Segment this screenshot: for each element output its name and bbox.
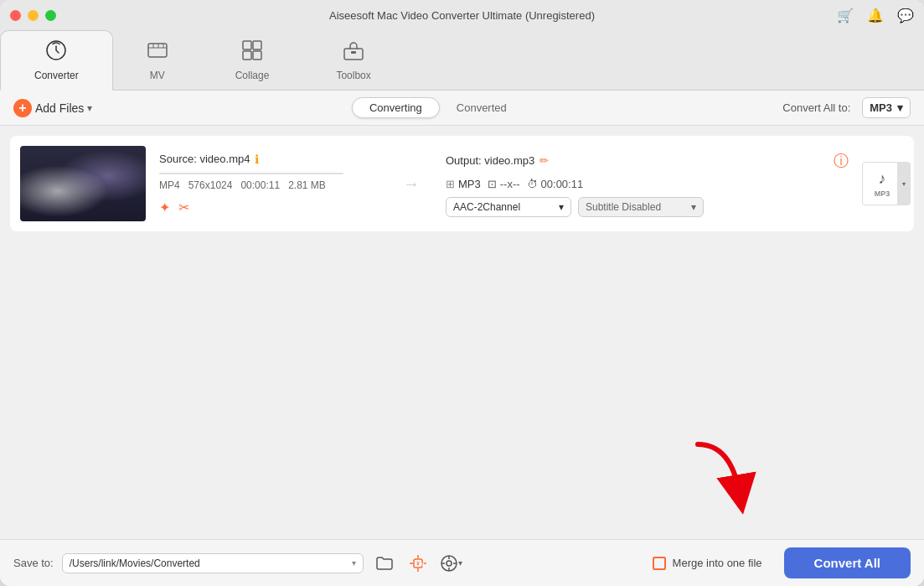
file-meta: MP4 576x1024 00:00:11 2.81 MB <box>159 179 377 191</box>
output-duration: ⏱ 00:00:11 <box>527 178 584 190</box>
format-select[interactable]: MP3 ▾ <box>862 97 911 118</box>
thumbnail <box>20 146 146 221</box>
svg-rect-2 <box>243 41 251 49</box>
mv-icon <box>147 39 168 66</box>
mp3-dropdown-arrow[interactable]: ▾ <box>897 162 911 205</box>
output-row2: AAC-2Channel ▾ Subtitle Disabled ▾ <box>446 197 849 217</box>
subtitle-value: Subtitle Disabled <box>586 201 661 213</box>
bottom-bar: Save to: /Users/link/Movies/Converted ▾ <box>0 539 924 586</box>
source-label: Source: video.mp4 ℹ <box>159 153 377 166</box>
tab-toolbox[interactable]: Toolbox <box>302 31 404 90</box>
tab-mv-label: MV <box>150 70 165 81</box>
file-format: MP4 <box>159 179 180 191</box>
svg-rect-3 <box>253 41 261 49</box>
tab-collage-label: Collage <box>235 70 270 81</box>
channel-value: AAC-2Channel <box>453 201 520 213</box>
output-info-icon[interactable]: ⓘ <box>834 151 849 171</box>
chat-icon[interactable]: 💬 <box>897 8 914 23</box>
mp3-format-label: MP3 <box>875 189 890 198</box>
titlebar-icons: 🛒 🔔 💬 <box>837 8 914 23</box>
source-info-icon[interactable]: ℹ <box>255 153 259 166</box>
format-grid-icon: ⊞ <box>446 178 455 190</box>
status-tabs: Converting Converted <box>99 97 776 118</box>
settings-dropdown-arrow: ▾ <box>458 558 462 568</box>
save-path-dropdown-icon: ▾ <box>352 558 356 568</box>
add-files-button[interactable]: + Add Files ▾ <box>13 99 92 117</box>
converter-icon <box>45 39 67 66</box>
subtitle-select[interactable]: Subtitle Disabled ▾ <box>578 197 704 217</box>
output-resolution: ⊡ --x-- <box>488 178 520 190</box>
bottom-icons: ON ▾ <box>372 551 464 576</box>
progress-bar <box>159 173 343 174</box>
add-files-plus-icon: + <box>13 99 32 117</box>
svg-rect-5 <box>253 51 261 60</box>
output-header: Output: video.mp3 ✏ ⓘ <box>446 151 849 171</box>
toolbox-icon <box>343 39 364 66</box>
maximize-button[interactable] <box>45 10 56 21</box>
svg-rect-1 <box>148 44 167 57</box>
file-size: 2.81 MB <box>288 179 326 191</box>
file-duration: 00:00:11 <box>240 179 280 191</box>
subtitle-dropdown-icon: ▾ <box>691 201 696 213</box>
main-content: Source: video.mp4 ℹ MP4 576x1024 00:00:1… <box>0 126 924 539</box>
mp3-icon-box[interactable]: ♪ MP3 <box>862 162 902 205</box>
titlebar: Aiseesoft Mac Video Converter Ultimate (… <box>0 0 924 30</box>
convert-arrow-icon: → <box>403 174 420 194</box>
output-format-badge: ⊞ MP3 <box>446 178 481 190</box>
tab-toolbox-label: Toolbox <box>336 70 370 81</box>
svg-point-17 <box>447 561 452 566</box>
tab-collage[interactable]: Collage <box>202 31 303 90</box>
minimize-button[interactable] <box>28 10 39 21</box>
folder-icon-button[interactable] <box>372 551 397 576</box>
converting-tab[interactable]: Converting <box>352 97 440 118</box>
add-files-label: Add Files <box>35 101 84 115</box>
mp3-icon-container: ♪ MP3 ▾ <box>862 162 904 205</box>
merge-label: Merge into one file <box>673 557 762 569</box>
file-actions: ✦ ✂ <box>159 200 377 215</box>
output-text: Output: video.mp3 <box>446 154 534 167</box>
file-item: Source: video.mp4 ℹ MP4 576x1024 00:00:1… <box>10 136 914 231</box>
svg-text:ON: ON <box>416 561 425 567</box>
music-note-icon: ♪ <box>879 170 886 188</box>
file-resolution: 576x1024 <box>188 179 233 191</box>
cut-icon[interactable]: ✂ <box>178 200 189 215</box>
file-output: Output: video.mp3 ✏ ⓘ ⊞ MP3 ⊡ --x-- <box>446 151 849 217</box>
channel-select[interactable]: AAC-2Channel ▾ <box>446 197 571 217</box>
window-title: Aiseesoft Mac Video Converter Ultimate (… <box>329 9 595 22</box>
add-files-dropdown-icon[interactable]: ▾ <box>87 102 92 114</box>
format-dropdown-icon: ▾ <box>897 101 903 114</box>
output-label: Output: video.mp3 ✏ <box>446 154 549 167</box>
file-info-left: Source: video.mp4 ℹ MP4 576x1024 00:00:1… <box>159 153 377 215</box>
close-button[interactable] <box>10 10 21 21</box>
tabbar: Converter MV <box>0 30 924 91</box>
svg-rect-7 <box>351 51 356 54</box>
merge-section: Merge into one file <box>653 557 762 570</box>
duration-value: 00:00:11 <box>541 178 584 190</box>
convert-all-to-label: Convert All to: <box>782 101 850 114</box>
format-value: MP3 <box>870 101 892 114</box>
toolbar: + Add Files ▾ Converting Converted Conve… <box>0 91 924 126</box>
resolution-icon: ⊡ <box>488 178 497 190</box>
bell-icon[interactable]: 🔔 <box>867 8 884 23</box>
output-controls: ⊞ MP3 ⊡ --x-- ⏱ 00:00:11 <box>446 178 849 190</box>
svg-rect-6 <box>344 49 363 60</box>
resolution-value: --x-- <box>500 178 520 190</box>
tab-converter[interactable]: Converter <box>0 30 113 91</box>
tab-mv[interactable]: MV <box>113 31 202 90</box>
arrow-section: → <box>390 174 432 194</box>
edit-icon[interactable]: ✏ <box>539 154 549 167</box>
enhance-icon[interactable]: ✦ <box>159 200 170 215</box>
settings-hardware-icon-button[interactable]: ON <box>405 551 431 576</box>
converted-tab[interactable]: Converted <box>440 98 524 117</box>
preferences-icon-button[interactable]: ▾ <box>439 551 464 576</box>
save-path-value: /Users/link/Movies/Converted <box>70 557 348 569</box>
save-to-label: Save to: <box>13 557 54 569</box>
svg-rect-4 <box>243 51 251 60</box>
convert-all-button[interactable]: Convert All <box>784 547 911 578</box>
cart-icon[interactable]: 🛒 <box>837 8 854 23</box>
channel-dropdown-icon: ▾ <box>559 201 564 213</box>
merge-checkbox[interactable] <box>653 557 666 570</box>
duration-icon: ⏱ <box>527 178 538 190</box>
collage-icon <box>241 39 263 66</box>
save-path-input[interactable]: /Users/link/Movies/Converted ▾ <box>62 553 364 573</box>
